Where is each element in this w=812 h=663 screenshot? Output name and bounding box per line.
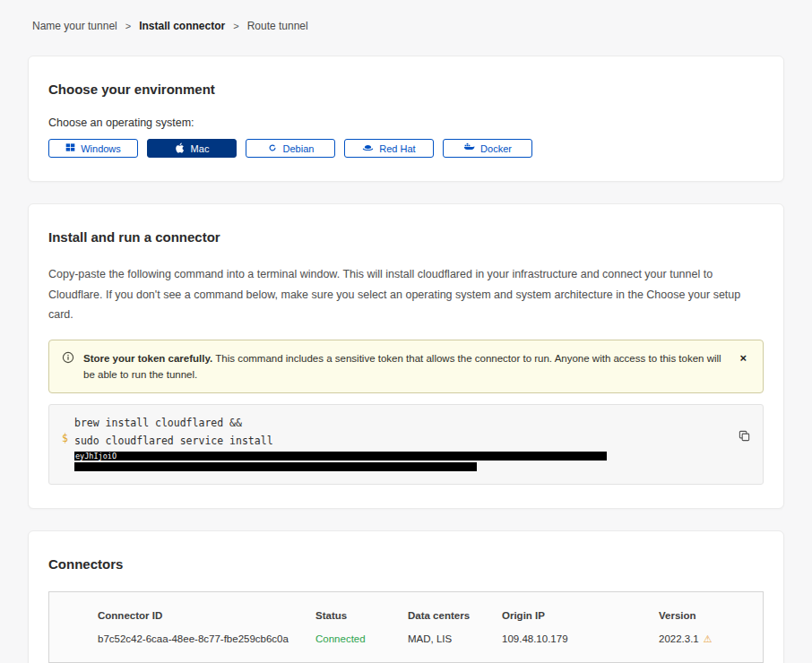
copy-icon (739, 431, 750, 444)
os-button-label: Red Hat (379, 143, 415, 154)
os-button-label: Docker (480, 143, 512, 154)
token-redaction-bar (74, 462, 477, 471)
col-header-connector-id: Connector ID (98, 610, 315, 621)
os-button-label: Windows (81, 143, 121, 154)
breadcrumb-separator: > (125, 21, 131, 31)
os-button-debian[interactable]: Debian (246, 139, 335, 158)
info-icon (62, 351, 74, 368)
breadcrumb-separator: > (233, 21, 238, 31)
cell-connector-id: b7c52c42-6caa-48ee-8c77-fbe259cb6c0a (98, 633, 315, 644)
cell-status: Connected (315, 633, 408, 644)
os-button-docker[interactable]: Docker (443, 139, 532, 158)
breadcrumb-step-route-tunnel[interactable]: Route tunnel (247, 20, 308, 32)
install-card-title: Install and run a connector (48, 229, 764, 245)
install-card: Install and run a connector Copy-paste t… (28, 203, 784, 509)
shell-prompt: $ (62, 432, 74, 471)
os-button-row: Windows Mac Debian Red Hat (48, 139, 764, 158)
code-lines: brew install cloudflared && sudo cloudfl… (74, 414, 727, 471)
debian-icon (267, 142, 278, 155)
windows-icon (65, 142, 75, 154)
connectors-card-title: Connectors (48, 556, 764, 572)
version-text: 2022.3.1 (659, 633, 699, 644)
page: Name your tunnel > Install connector > R… (0, 0, 812, 663)
cell-version: 2022.3.1 ⚠ (659, 633, 748, 644)
table-header-row: Connector ID Status Data centers Origin … (49, 592, 763, 626)
cell-origin-ip: 109.48.10.179 (502, 633, 659, 644)
token-line-1: eyJhIjoiO (74, 452, 727, 461)
os-button-label: Mac (191, 143, 210, 154)
environment-card-title: Choose your environment (48, 82, 764, 97)
docker-whale-icon (463, 142, 475, 155)
os-select-label: Choose an operating system: (48, 116, 764, 129)
redhat-icon (362, 142, 374, 155)
install-description: Copy-paste the following command into a … (48, 264, 764, 325)
token-prefix-text: eyJhIjoiO (74, 452, 117, 461)
connectors-card: Connectors Connector ID Status Data cent… (28, 530, 784, 663)
code-line-2: sudo cloudflared service install (74, 432, 727, 450)
alert-close-button[interactable]: × (736, 350, 750, 366)
token-warning-title: Store your token carefully. (83, 353, 212, 364)
os-button-windows[interactable]: Windows (48, 139, 138, 158)
connectors-table: Connector ID Status Data centers Origin … (48, 591, 764, 663)
table-row: b7c52c42-6caa-48ee-8c77-fbe259cb6c0a Con… (49, 626, 763, 662)
version-warning-icon: ⚠ (704, 634, 713, 644)
code-line-1: brew install cloudflared && (74, 414, 727, 432)
token-line-2 (74, 462, 727, 471)
breadcrumb-step-install-connector[interactable]: Install connector (139, 20, 225, 32)
copy-command-button[interactable] (737, 428, 752, 446)
os-button-label: Debian (283, 143, 315, 154)
breadcrumb: Name your tunnel > Install connector > R… (32, 20, 784, 32)
cell-data-centers: MAD, LIS (408, 633, 502, 644)
os-button-mac[interactable]: Mac (147, 139, 237, 158)
col-header-version: Version (659, 610, 748, 621)
token-warning-alert: Store your token carefully. This command… (48, 340, 764, 394)
token-warning-text: Store your token carefully. This command… (83, 350, 727, 383)
environment-card: Choose your environment Choose an operat… (28, 56, 784, 182)
os-button-redhat[interactable]: Red Hat (344, 139, 434, 158)
col-header-data-centers: Data centers (408, 610, 502, 621)
col-header-status: Status (315, 610, 408, 621)
install-command-code-block: $ brew install cloudflared && sudo cloud… (48, 404, 764, 485)
apple-icon (175, 142, 186, 155)
col-header-origin-ip: Origin IP (502, 610, 659, 621)
breadcrumb-step-name-your-tunnel[interactable]: Name your tunnel (32, 20, 117, 32)
token-redaction-bar: eyJhIjoiO (74, 452, 607, 461)
